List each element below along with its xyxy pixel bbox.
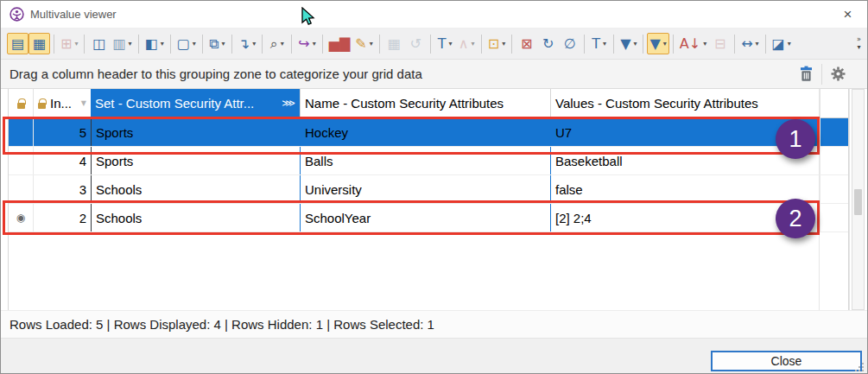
- cell-row-indicator[interactable]: [9, 118, 33, 146]
- histogram-button[interactable]: ∧▾: [456, 33, 478, 54]
- window-close-button[interactable]: ×: [828, 1, 867, 28]
- cell-set[interactable]: Sports: [91, 147, 300, 174]
- cell-name[interactable]: Balls: [300, 147, 550, 174]
- table-properties-button[interactable]: ◫: [88, 33, 110, 54]
- index-header-label: In...: [50, 96, 72, 111]
- scrollbar-thumb[interactable]: [854, 189, 862, 215]
- cell-filler[interactable]: [820, 204, 848, 231]
- grid-border-icon: ⊡: [488, 37, 499, 51]
- resize-grip[interactable]: [862, 370, 864, 371]
- cell-name[interactable]: Hockey: [300, 118, 550, 146]
- column-header-values[interactable]: Values - Custom Security Attributes: [550, 89, 820, 117]
- export-icon: ↪: [298, 37, 309, 51]
- toolbar-separator: [511, 35, 512, 54]
- toolbar-overflow-button[interactable]: » ▾: [854, 35, 864, 54]
- grid-column-line: [819, 89, 820, 310]
- cell-set[interactable]: Schools: [91, 204, 300, 231]
- freeze-grid-button[interactable]: ▦: [383, 33, 405, 54]
- cell-filler[interactable]: [820, 118, 848, 146]
- view-layout-single-button[interactable]: ▤: [7, 33, 29, 54]
- column-chooser-icon: ◧: [145, 37, 158, 51]
- sort-az-button[interactable]: A↓▾: [677, 33, 709, 54]
- vertical-scrollbar[interactable]: [852, 89, 865, 310]
- cell-filler[interactable]: [820, 175, 848, 203]
- toolbar-separator: [291, 35, 292, 54]
- search-button[interactable]: ⌕▾: [266, 33, 288, 54]
- filter-active-icon[interactable]: ⋙: [282, 98, 295, 109]
- cell-index[interactable]: 3: [33, 175, 91, 203]
- export-button[interactable]: ↪▾: [295, 33, 318, 54]
- close-button[interactable]: Close: [711, 351, 862, 371]
- table-row[interactable]: ◉2SchoolsSchoolYear[2] 2;4: [9, 204, 848, 232]
- cell-set[interactable]: Schools: [91, 175, 300, 203]
- toolbar-separator: [170, 35, 171, 54]
- search-icon: ⌕: [270, 37, 278, 51]
- hide-rows-button[interactable]: ⊟: [709, 33, 731, 54]
- text-to-date-button[interactable]: T▾: [434, 33, 456, 54]
- clear-grouping-button[interactable]: [792, 61, 820, 87]
- chart-icon: ▅▇: [329, 37, 351, 51]
- dropdown-arrow-icon: ▾: [633, 40, 637, 48]
- text-format-button[interactable]: T▾: [588, 33, 610, 54]
- footer-panel: Close: [1, 338, 867, 374]
- cell-index[interactable]: 5: [33, 118, 91, 146]
- cancel-refresh-button[interactable]: ∅: [559, 33, 580, 54]
- grouping-zone[interactable]: Drag a column header to this grouping zo…: [1, 60, 867, 89]
- filter-checked-icon: ▼: [649, 37, 660, 51]
- grid-border-button[interactable]: ⊡▾: [485, 33, 508, 54]
- multivalue-viewer-window: Multivalue viewer × ▤▦⊞▾◫▥▾◧▾▢▾⧉▾↴▾⌕▾↪▾▅…: [0, 0, 868, 374]
- table-row[interactable]: 4SportsBallsBaseketball: [9, 147, 848, 175]
- filter-by-text-button[interactable]: ▼▾: [618, 33, 639, 54]
- column-chooser-button[interactable]: ◧▾: [143, 33, 167, 54]
- copy-button[interactable]: ⧉▾: [206, 33, 228, 54]
- toolbar-separator: [430, 35, 431, 54]
- app-logo-icon: [10, 7, 24, 22]
- edit-cell-button[interactable]: ✎▾: [352, 33, 375, 54]
- dropdown-arrow-icon: ▾: [252, 40, 256, 48]
- dropdown-arrow-icon: ▾: [756, 40, 759, 48]
- goto-row-button[interactable]: ↴▾: [236, 33, 258, 54]
- cell-row-indicator[interactable]: [9, 147, 33, 174]
- filter-checked-button[interactable]: ▼▾: [647, 33, 668, 54]
- column-header-filler: [820, 89, 848, 117]
- table-row[interactable]: 5SportsHockeyU7: [9, 118, 848, 147]
- cell-name[interactable]: University: [300, 175, 550, 203]
- cell-values[interactable]: false: [550, 175, 820, 203]
- header-dropdown-icon[interactable]: ▼: [81, 99, 86, 107]
- grouping-zone-actions: [792, 60, 852, 88]
- text-to-date-icon: T: [438, 37, 447, 51]
- column-width-button[interactable]: ↔▾: [738, 33, 761, 54]
- column-resize-button[interactable]: ▥▾: [110, 33, 134, 54]
- toolbar-separator: [84, 35, 85, 54]
- close-x-icon: ×: [844, 6, 852, 23]
- delete-row-button[interactable]: ⊠: [516, 33, 537, 54]
- toolbar-separator: [481, 35, 482, 54]
- format-painter-button[interactable]: ◪▾: [770, 33, 794, 54]
- cell-row-indicator[interactable]: [9, 175, 33, 203]
- add-row-button[interactable]: ⊞▾: [58, 33, 80, 54]
- selection-mode-button[interactable]: ▢▾: [174, 33, 199, 54]
- data-grid: In... ▼ Set - Custom Security Attr... ⋙ …: [8, 89, 849, 310]
- toolbar-separator: [643, 35, 643, 54]
- undo-grid-button[interactable]: ↺: [405, 33, 427, 54]
- view-layout-grid-button[interactable]: ▦: [29, 33, 50, 54]
- cell-name[interactable]: SchoolYear: [300, 204, 550, 231]
- column-header-index[interactable]: In... ▼: [33, 89, 91, 117]
- table-row[interactable]: 3SchoolsUniversityfalse: [9, 175, 848, 204]
- cell-index[interactable]: 2: [33, 204, 91, 231]
- edit-cell-icon: ✎: [355, 37, 366, 51]
- row-indicator-header[interactable]: [9, 89, 33, 117]
- cell-row-indicator[interactable]: ◉: [9, 204, 33, 231]
- chart-button[interactable]: ▅▇: [326, 33, 353, 54]
- column-header-name[interactable]: Name - Custom Security Attributes: [300, 89, 550, 117]
- cell-set[interactable]: Sports: [91, 118, 300, 146]
- dropdown-arrow-icon: ▾: [449, 40, 453, 48]
- grid-settings-button[interactable]: [824, 61, 852, 87]
- gear-icon: [830, 66, 846, 82]
- filter-by-text-icon: ▼: [620, 37, 630, 51]
- column-header-set[interactable]: Set - Custom Security Attr... ⋙: [91, 89, 300, 117]
- refresh-table-button[interactable]: ↻: [537, 33, 559, 54]
- cell-filler[interactable]: [820, 147, 848, 174]
- view-layout-grid-icon: ▦: [33, 37, 46, 51]
- cell-index[interactable]: 4: [33, 147, 91, 174]
